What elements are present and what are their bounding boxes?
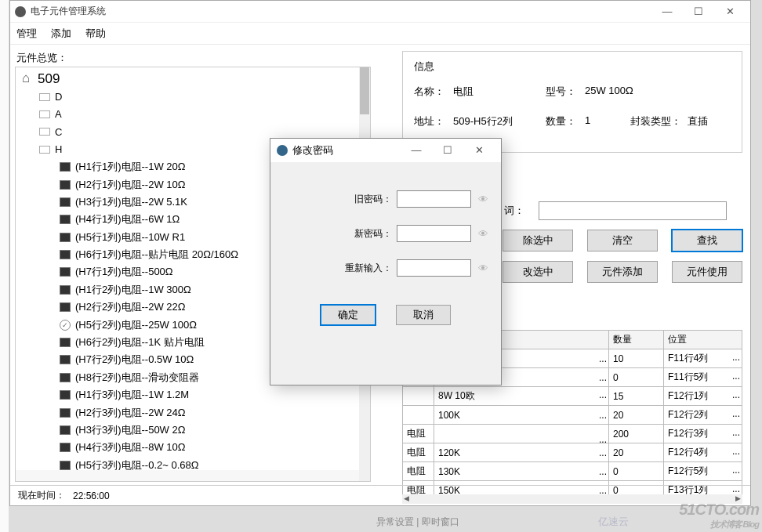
dialog-icon [277, 145, 288, 156]
tree-scrollbar-h[interactable] [16, 470, 359, 481]
chip-icon [60, 443, 71, 452]
table-cell: F12行1列 [664, 387, 742, 406]
info-title: 信息 [414, 60, 731, 74]
table-cell: 10 [609, 349, 664, 368]
eye-icon[interactable] [476, 194, 490, 204]
table-cell [403, 406, 434, 425]
keyword-label-fragment: 词： [504, 204, 524, 218]
eye-icon[interactable] [476, 262, 490, 273]
addr-label: 地址： [414, 114, 447, 128]
table-cell: 130K [434, 462, 609, 481]
chip-icon [60, 338, 71, 347]
clear-button[interactable]: 清空 [587, 230, 658, 252]
new-password-label: 新密码： [354, 227, 392, 241]
tree-folder-label: C [55, 126, 62, 138]
dialog-title-bar: 修改密码 — ☐ ✕ [270, 139, 501, 162]
menu-help[interactable]: 帮助 [85, 27, 106, 41]
name-value: 电阻 [453, 85, 516, 99]
tree-item-label: (H1行3列)电阻--1W 1.2M [75, 388, 189, 402]
ok-button[interactable]: 确定 [321, 305, 376, 325]
dialog-title: 修改密码 [292, 143, 401, 157]
table-row[interactable]: 电阻130K0F12行5列 [403, 462, 742, 481]
new-password-input[interactable] [397, 225, 471, 242]
scrollbar-thumb[interactable] [360, 67, 369, 114]
table-cell: 8W 10欧 [434, 387, 609, 406]
tree-item[interactable]: (H2行3列)电阻--2W 24Ω [19, 404, 370, 421]
table-row[interactable]: 电阻200F12行3列 [403, 425, 742, 443]
dialog-maximize-button[interactable]: ☐ [432, 141, 463, 160]
folder-icon [39, 146, 50, 154]
tree-item-label: (H6行2列)电阻--1K 贴片电阻 [75, 335, 205, 349]
tree-item-label: (H5行1列)电阻--10W R1 [75, 230, 185, 244]
tree-folder[interactable]: D [19, 88, 370, 105]
modify-selected-button[interactable]: 改选中 [503, 261, 573, 283]
remove-selected-button[interactable]: 除选中 [503, 230, 573, 252]
table-cell: 20 [609, 443, 664, 462]
qty-label: 数量： [546, 114, 579, 128]
eye-icon[interactable] [476, 228, 490, 239]
tree-root-label: 509 [38, 71, 60, 87]
folder-icon [39, 128, 50, 136]
chip-icon [60, 408, 71, 418]
cancel-button[interactable]: 取消 [396, 305, 451, 325]
name-label: 名称： [414, 85, 447, 99]
tree-folder-label: A [55, 108, 62, 120]
table-cell [403, 387, 434, 406]
use-component-button[interactable]: 元件使用 [672, 261, 742, 283]
chip-icon [60, 355, 71, 364]
minimize-button[interactable]: — [651, 2, 683, 21]
menu-bar: 管理 添加 帮助 [10, 23, 750, 45]
table-row[interactable]: 8W 10欧15F12行1列 [403, 387, 742, 406]
dialog-minimize-button[interactable]: — [401, 141, 432, 160]
table-cell: F11行4列 [664, 349, 742, 368]
chip-icon [60, 425, 71, 435]
change-password-dialog: 修改密码 — ☐ ✕ 旧密码： 新密码： 重新输入： 确定 取消 [270, 138, 502, 385]
tree-item[interactable]: (H1行3列)电阻--1W 1.2M [19, 386, 370, 404]
table-row[interactable]: 电阻120K20F12行4列 [403, 443, 742, 462]
menu-manage[interactable]: 管理 [16, 27, 37, 41]
tree-folder[interactable]: A [19, 106, 370, 123]
folder-icon [39, 93, 50, 101]
th-qty[interactable]: 数量 [609, 331, 664, 349]
tree-item-label: (H5行2列)电阻--25W 100Ω [75, 318, 197, 332]
table-cell: 15 [609, 387, 664, 406]
table-cell: F12行3列 [664, 425, 742, 443]
th-pos[interactable]: 位置 [664, 331, 742, 349]
chip-icon [60, 373, 71, 382]
table-cell: 0 [609, 462, 664, 481]
chip-icon [60, 302, 71, 312]
maximize-button[interactable]: ☐ [683, 2, 714, 21]
addr-value: 509-H5行2列 [453, 114, 516, 128]
dialog-body: 旧密码： 新密码： 重新输入： 确定 取消 [270, 162, 501, 336]
table-cell: 200 [609, 425, 664, 443]
find-button[interactable]: 查找 [672, 230, 742, 252]
chip-icon [60, 197, 71, 207]
tree-item[interactable]: (H4行3列)电阻--8W 10Ω [19, 439, 370, 456]
table-cell [434, 425, 609, 443]
table-cell: F11行5列 [664, 368, 742, 387]
menu-add[interactable]: 添加 [51, 27, 71, 41]
tree-root[interactable]: 509 [19, 71, 370, 88]
chip-icon [60, 180, 71, 190]
tree-item-label: (H1行2列)电阻--1W 300Ω [75, 283, 191, 297]
chip-icon [60, 215, 71, 224]
table-row[interactable]: 100K20F12行2列 [403, 406, 742, 425]
close-button[interactable]: ✕ [714, 2, 746, 21]
table-cell: 电阻 [403, 443, 434, 462]
chip-icon [60, 390, 71, 400]
keyword-input[interactable] [539, 201, 727, 220]
dialog-close-button[interactable]: ✕ [463, 141, 495, 160]
add-component-button[interactable]: 元件添加 [587, 261, 658, 283]
watermark-51cto: 51CTO.com技术博客 Blog [679, 501, 759, 530]
tree-item-label: (H2行2列)电阻--2W 22Ω [75, 300, 185, 314]
old-password-input[interactable] [397, 190, 471, 208]
qty-value: 1 [585, 114, 608, 128]
model-value: 25W 100Ω [585, 85, 648, 99]
tree-item-label: (H3行3列)电阻--50W 2Ω [75, 423, 185, 437]
tree-item-label: (H4行3列)电阻--8W 10Ω [75, 440, 185, 454]
tree-item[interactable]: (H3行3列)电阻--50W 2Ω [19, 422, 370, 439]
tree-item-label: (H4行1列)电阻--6W 1Ω [75, 212, 180, 226]
confirm-password-input[interactable] [397, 259, 471, 277]
background-ide-fragment [0, 0, 9, 532]
bg-text-fragment: 异常设置 | 即时窗口 [376, 516, 459, 529]
